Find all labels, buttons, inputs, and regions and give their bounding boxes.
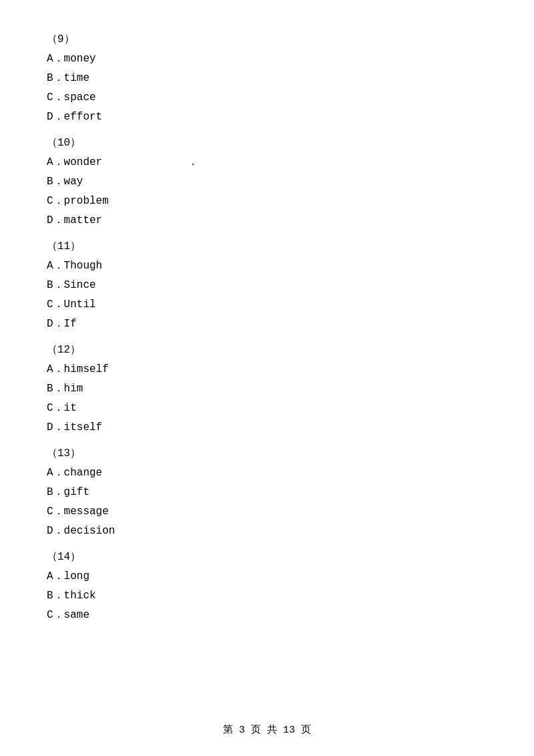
option-q9-1: B．time — [47, 71, 487, 85]
option-q11-1: B．Since — [47, 278, 487, 292]
option-q10-3: D．matter — [47, 213, 487, 227]
option-q10-1: B．way — [47, 174, 487, 188]
option-q11-3: D．If — [47, 317, 487, 331]
option-q12-0: A．himself — [47, 362, 487, 376]
option-q13-0: A．change — [47, 465, 487, 480]
option-q11-2: C．Until — [47, 297, 487, 311]
option-q13-2: C．message — [47, 504, 487, 518]
option-q14-1: B．thick — [47, 588, 487, 602]
page-footer: 第 3 页 共 13 页 — [0, 723, 534, 736]
option-q13-3: D．decision — [47, 524, 487, 538]
option-q9-0: A．money — [47, 51, 487, 65]
option-q10-2: C．problem — [47, 194, 487, 208]
option-q12-1: B．him — [47, 381, 487, 395]
question-number-14: （14） — [47, 550, 487, 564]
option-q12-3: D．itself — [47, 420, 487, 434]
question-number-9: （9） — [47, 32, 487, 46]
option-q12-2: C．it — [47, 401, 487, 415]
main-content: （9）A．moneyB．timeC．spaceD．effort（10）A．won… — [0, 0, 534, 667]
question-number-11: （11） — [47, 239, 487, 253]
option-q14-0: A．long — [47, 569, 487, 583]
option-q9-3: D．effort — [47, 110, 487, 124]
option-q14-2: C．same — [47, 608, 487, 622]
option-q9-2: C．space — [47, 90, 487, 104]
option-q10-0: A．wonder ． — [47, 155, 487, 169]
option-q11-0: A．Though — [47, 258, 487, 272]
question-number-10: （10） — [47, 136, 487, 150]
question-number-12: （12） — [47, 343, 487, 357]
option-q13-1: B．gift — [47, 485, 487, 499]
question-number-13: （13） — [47, 446, 487, 460]
